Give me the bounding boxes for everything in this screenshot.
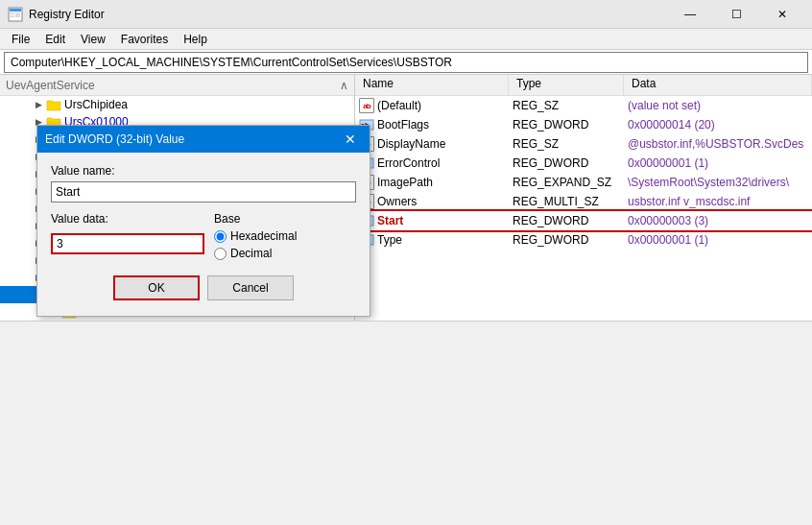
title-bar-controls: — ☐ ✕ bbox=[668, 0, 804, 29]
svg-rect-4 bbox=[15, 12, 20, 17]
window-title: Registry Editor bbox=[29, 8, 668, 21]
value-data-label: Value data: bbox=[51, 212, 204, 226]
value-data-input[interactable] bbox=[51, 233, 204, 254]
dialog-buttons: OK Cancel bbox=[51, 275, 356, 304]
menu-view[interactable]: View bbox=[73, 31, 113, 48]
hexadecimal-radio[interactable] bbox=[214, 230, 227, 243]
decimal-radio-label[interactable]: Decimal bbox=[214, 247, 356, 260]
app-icon bbox=[8, 7, 23, 22]
menu-bar: File Edit View Favorites Help bbox=[0, 29, 812, 50]
svg-rect-3 bbox=[10, 15, 14, 17]
menu-file[interactable]: File bbox=[4, 31, 37, 48]
cancel-button[interactable]: Cancel bbox=[207, 275, 294, 300]
dialog-title-bar: Edit DWORD (32-bit) Value ✕ bbox=[37, 126, 370, 153]
dialog-middle-row: Value data: Base Hexadecimal bbox=[51, 212, 356, 264]
minimize-button[interactable]: — bbox=[668, 0, 712, 29]
address-bar bbox=[0, 50, 812, 75]
menu-help[interactable]: Help bbox=[176, 31, 215, 48]
main-content: UevAgentService ∧ ▶ UrsChipidea ▶ UrsCx0… bbox=[0, 75, 812, 321]
svg-rect-2 bbox=[10, 12, 14, 14]
close-button[interactable]: ✕ bbox=[760, 0, 804, 29]
menu-edit[interactable]: Edit bbox=[37, 31, 73, 48]
dialog-title: Edit DWORD (32-bit) Value bbox=[45, 132, 339, 146]
decimal-radio[interactable] bbox=[214, 248, 227, 260]
value-name-label: Value name: bbox=[51, 164, 356, 178]
base-label: Base bbox=[214, 212, 356, 226]
hexadecimal-radio-label[interactable]: Hexadecimal bbox=[214, 229, 356, 243]
svg-rect-1 bbox=[10, 9, 21, 12]
base-radio-group: Hexadecimal Decimal bbox=[214, 229, 356, 260]
address-input[interactable] bbox=[4, 52, 808, 73]
edit-dword-dialog: Edit DWORD (32-bit) Value ✕ Value name: … bbox=[36, 125, 370, 317]
value-name-input[interactable] bbox=[51, 181, 356, 203]
status-bar bbox=[0, 321, 812, 342]
maximize-button[interactable]: ☐ bbox=[714, 0, 758, 29]
ok-button[interactable]: OK bbox=[113, 275, 200, 300]
menu-favorites[interactable]: Favorites bbox=[113, 31, 176, 48]
modal-overlay: Edit DWORD (32-bit) Value ✕ Value name: … bbox=[0, 75, 812, 321]
dialog-body: Value name: Value data: Base bbox=[37, 153, 370, 316]
dialog-close-button[interactable]: ✕ bbox=[339, 128, 362, 151]
value-data-section: Value data: bbox=[51, 212, 204, 264]
base-section: Base Hexadecimal Decimal bbox=[214, 212, 356, 264]
title-bar: Registry Editor — ☐ ✕ bbox=[0, 0, 812, 29]
